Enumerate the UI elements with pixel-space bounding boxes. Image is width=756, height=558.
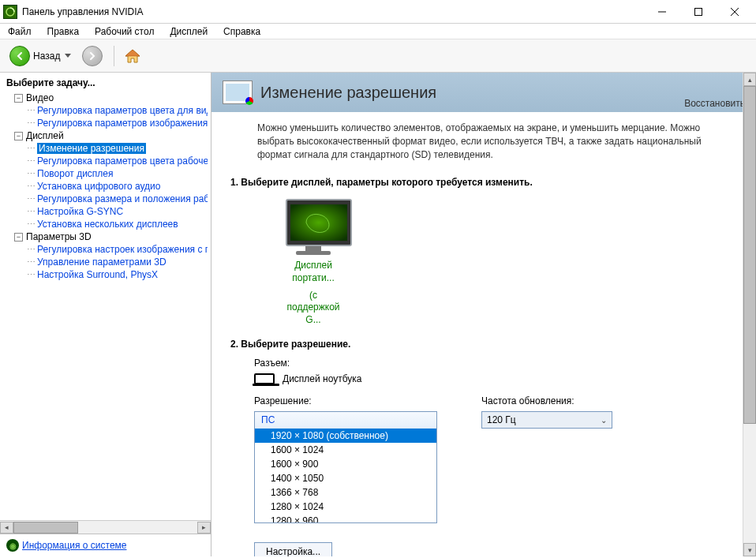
back-arrow-icon bbox=[9, 46, 30, 66]
toolbar-divider bbox=[114, 46, 114, 66]
scroll-down-button[interactable]: ▾ bbox=[743, 543, 756, 556]
resolution-list[interactable]: ПС1920 × 1080 (собственное)1600 × 102416… bbox=[254, 411, 437, 523]
svg-marker-6 bbox=[125, 50, 140, 56]
tree-item[interactable]: Настройка G-SYNC bbox=[37, 206, 123, 217]
tree-item[interactable]: Изменение разрешения bbox=[37, 143, 146, 154]
display-name-line2: (с поддержкой G... bbox=[286, 290, 341, 327]
info-icon: ◉ bbox=[6, 539, 19, 552]
monitor-icon bbox=[286, 199, 352, 246]
laptop-icon bbox=[254, 373, 275, 384]
resolution-item[interactable]: 1280 × 960 bbox=[255, 514, 436, 523]
tree-item[interactable]: Установка нескольких дисплеев bbox=[37, 219, 178, 230]
configure-button[interactable]: Настройка... bbox=[254, 542, 332, 556]
tree-branch-icon: ⋯ bbox=[27, 182, 36, 192]
tree-branch-icon: ⋯ bbox=[27, 106, 36, 116]
scroll-up-button[interactable]: ▴ bbox=[743, 73, 756, 86]
tree-branch-icon: ⋯ bbox=[27, 194, 36, 204]
tree-branch-icon: ⋯ bbox=[27, 118, 36, 129]
tree-item[interactable]: Регулировка параметров изображения для в… bbox=[37, 118, 208, 129]
close-button[interactable] bbox=[717, 0, 753, 24]
tree-group-label: Видео bbox=[26, 92, 54, 103]
maximize-button[interactable] bbox=[680, 0, 717, 24]
menu-bar: Файл Правка Рабочий стол Дисплей Справка bbox=[0, 24, 756, 39]
scroll-right-button[interactable]: ▸ bbox=[197, 522, 211, 534]
tree-collapse-icon[interactable]: − bbox=[14, 233, 23, 242]
tree-item[interactable]: Поворот дисплея bbox=[37, 168, 114, 179]
banner-monitor-icon bbox=[223, 81, 253, 104]
forward-button[interactable] bbox=[79, 44, 106, 68]
menu-display[interactable]: Дисплей bbox=[167, 24, 211, 39]
tree-header: Выберите задачу... bbox=[0, 73, 211, 92]
connector-label: Разъем: bbox=[254, 358, 737, 369]
back-dropdown-icon bbox=[65, 54, 71, 58]
window-title: Панель управления NVIDIA bbox=[22, 6, 144, 17]
display-thumbnail[interactable]: Дисплей портати... (с поддержкой G... bbox=[230, 196, 341, 326]
tree-item[interactable]: Регулировка настроек изображения с просм… bbox=[37, 244, 208, 255]
back-button[interactable]: Назад bbox=[6, 44, 74, 68]
menu-help[interactable]: Справка bbox=[220, 24, 264, 39]
scroll-thumb[interactable] bbox=[13, 522, 78, 534]
minimize-button[interactable] bbox=[644, 0, 680, 24]
tree-group-label: Дисплей bbox=[26, 130, 64, 141]
title-bar: Панель управления NVIDIA bbox=[0, 0, 756, 24]
tree-item[interactable]: Регулировка параметров цвета для видео bbox=[37, 105, 208, 116]
connector-value: Дисплей ноутбука bbox=[283, 373, 362, 384]
tree-branch-icon: ⋯ bbox=[27, 257, 36, 268]
refresh-label: Частота обновления: bbox=[481, 395, 612, 406]
tree-item[interactable]: Регулировка размера и положения рабочего… bbox=[37, 193, 208, 204]
tree-collapse-icon[interactable]: − bbox=[14, 94, 23, 103]
page-description: Можно уменьшить количество элементов, от… bbox=[211, 112, 756, 170]
step2-heading: 2. Выберите разрешение. bbox=[230, 339, 737, 350]
tree-item[interactable]: Регулировка параметров цвета рабочего ст… bbox=[37, 155, 208, 167]
system-info-row: ◉ Информация о системе bbox=[0, 534, 211, 556]
resolution-item[interactable]: 1920 × 1080 (собственное) bbox=[255, 429, 436, 443]
tree-branch-icon: ⋯ bbox=[27, 245, 36, 255]
back-label: Назад bbox=[33, 51, 60, 62]
menu-edit[interactable]: Правка bbox=[44, 24, 83, 39]
tree-branch-icon: ⋯ bbox=[27, 144, 36, 154]
system-info-link[interactable]: Информация о системе bbox=[22, 540, 126, 551]
tree-branch-icon: ⋯ bbox=[27, 219, 36, 230]
menu-desktop[interactable]: Рабочий стол bbox=[92, 24, 157, 39]
tree-branch-icon: ⋯ bbox=[27, 207, 36, 217]
content-panel: Изменение разрешения Восстановить Можно … bbox=[211, 73, 756, 556]
tree-collapse-icon[interactable]: − bbox=[14, 132, 23, 140]
content-vertical-scrollbar[interactable]: ▴ ▾ bbox=[743, 73, 756, 556]
resolution-item[interactable]: 1366 × 768 bbox=[255, 485, 436, 500]
resolution-item[interactable]: 1600 × 900 bbox=[255, 457, 436, 471]
tree-item[interactable]: Настройка Surround, PhysX bbox=[37, 269, 158, 280]
refresh-rate-select[interactable]: 120 Гц ⌄ bbox=[481, 411, 612, 429]
refresh-rate-value: 120 Гц bbox=[487, 414, 516, 425]
tree-group-label: Параметры 3D bbox=[26, 231, 92, 242]
tree-branch-icon: ⋯ bbox=[27, 156, 36, 167]
tree-item[interactable]: Управление параметрами 3D bbox=[37, 257, 167, 268]
resolution-label: Разрешение: bbox=[254, 395, 437, 406]
chevron-down-icon: ⌄ bbox=[601, 416, 607, 425]
resolution-item[interactable]: 1280 × 1024 bbox=[255, 500, 436, 514]
scroll-left-button[interactable]: ◂ bbox=[0, 522, 13, 534]
restore-link[interactable]: Восстановить bbox=[684, 98, 745, 109]
tree-branch-icon: ⋯ bbox=[27, 270, 36, 280]
step1-heading: 1. Выберите дисплей, параметры которого … bbox=[230, 177, 737, 188]
page-banner: Изменение разрешения Восстановить bbox=[211, 73, 756, 112]
resolution-item[interactable]: 1600 × 1024 bbox=[255, 443, 436, 457]
tree-branch-icon: ⋯ bbox=[27, 169, 36, 179]
resolution-item[interactable]: 1400 × 1050 bbox=[255, 471, 436, 485]
toolbar: Назад bbox=[0, 39, 756, 73]
tree-horizontal-scrollbar[interactable]: ◂ ▸ bbox=[0, 520, 211, 534]
display-name-line1: Дисплей портати... bbox=[286, 260, 341, 284]
home-button[interactable] bbox=[122, 46, 143, 66]
page-title: Изменение разрешения bbox=[260, 84, 436, 102]
menu-file[interactable]: Файл bbox=[5, 24, 35, 39]
svg-rect-2 bbox=[695, 8, 702, 15]
resolution-group-header: ПС bbox=[255, 412, 436, 429]
nvidia-app-icon bbox=[3, 5, 17, 19]
vscroll-thumb[interactable] bbox=[743, 86, 756, 424]
forward-arrow-icon bbox=[82, 46, 103, 66]
task-tree-panel: Выберите задачу... −Видео⋯Регулировка па… bbox=[0, 73, 211, 556]
tree-item[interactable]: Установка цифрового аудио bbox=[37, 181, 160, 192]
